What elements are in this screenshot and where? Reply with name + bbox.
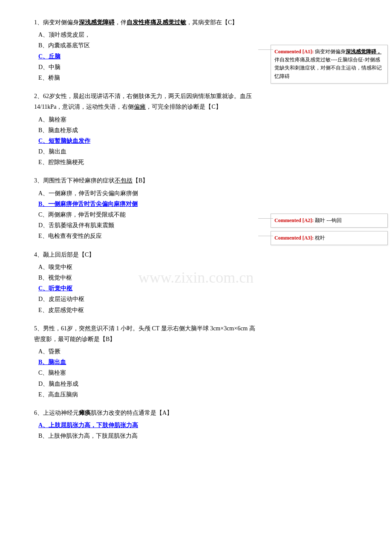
q2-text: 2、62岁女性，晨起出现讲话不清，右侧肢体无力，两天后因病情渐加重就诊。血压14… xyxy=(34,91,256,112)
question-2: 2、62岁女性，晨起出现讲话不清，右侧肢体无力，两天后因病情渐加重就诊。血压14… xyxy=(34,91,256,168)
q2-option-b: B、脑血栓形成 xyxy=(38,125,256,136)
q1-option-a: A、顶叶感觉皮层， xyxy=(38,29,256,40)
q6-text: 6、上运动神经元瘫痪肌张力改变的特点通常是【A】 xyxy=(34,408,256,418)
connector-line-2 xyxy=(258,218,273,219)
q3-option-d: D、舌肌萎缩及伴有肌束震颤 xyxy=(38,220,256,231)
q5-text: 5、男性，61岁，突然意识不清 1 小时。头颅 CT 显示右侧大脑半球 3cm×… xyxy=(34,323,256,344)
q6-option-b: B、上肢伸肌张力高，下肢屈肌张力高 xyxy=(38,431,256,441)
q3-option-a: A、一侧麻痹，伸舌时舌尖偏向麻痹侧 xyxy=(38,188,256,199)
q3-text: 3、周围性舌下神经麻痹的症状不包括【B】 xyxy=(34,175,256,186)
q5-option-a: A、昏厥 xyxy=(38,346,256,357)
q5-option-e: E、高血压脑病 xyxy=(38,389,256,400)
q3-option-e: E、电检查有变性的反应 xyxy=(38,231,256,241)
q4-answer-c: C、听觉中枢 xyxy=(38,283,256,294)
comment-label-2: Commented [A2]: xyxy=(274,217,315,223)
q3-answer-b: B、一侧麻痹伸舌时舌尖偏向麻痹对侧 xyxy=(38,199,256,209)
q1-option-d: D、中脑 xyxy=(38,62,256,72)
q5-option-c: C、脑栓塞 xyxy=(38,367,256,378)
question-3: 3、周围性舌下神经麻痹的症状不包括【B】 A、一侧麻痹，伸舌时舌尖偏向麻痹侧 B… xyxy=(34,175,256,241)
comment-label-3: Commented [A3]: xyxy=(274,235,315,241)
q4-option-a: A、嗅觉中枢 xyxy=(38,262,256,272)
connector-line-1 xyxy=(258,49,273,50)
question-5: 5、男性，61岁，突然意识不清 1 小时。头颅 CT 显示右侧大脑半球 3cm×… xyxy=(34,323,256,400)
comment-box-1: Commented [A1]: 病变对侧偏身深浅感觉障碍，伴自发性疼痛及感觉过敏… xyxy=(271,45,388,84)
connector-line-3 xyxy=(258,236,273,236)
q2-answer-c: C、短暂脑缺血发作 xyxy=(38,136,256,146)
q2-option-d: D、脑出血 xyxy=(38,146,256,157)
comment-text-2: 颞叶 ---钩回 xyxy=(315,217,342,223)
comment-label-1: Commented [A1]: xyxy=(274,49,315,55)
q2-option-a: A、脑栓塞 xyxy=(38,114,256,125)
q1-answer-c: C、丘脑 xyxy=(38,51,256,62)
question-6: 6、上运动神经元瘫痪肌张力改变的特点通常是【A】 A、上肢屈肌张力高，下肢伸肌张… xyxy=(34,408,256,442)
q6-answer-a: A、上肢屈肌张力高，下肢伸肌张力高 xyxy=(38,420,256,431)
q1-text: 1、病变对侧偏身深浅感觉障碍，伴自发性疼痛及感觉过敏，其病变部在【C】 xyxy=(34,17,256,28)
main-content: 1、病变对侧偏身深浅感觉障碍，伴自发性疼痛及感觉过敏，其病变部在【C】 A、顶叶… xyxy=(0,9,268,546)
q1-option-b: B、内囊或基底节区 xyxy=(38,40,256,51)
q3-answer-link[interactable]: B、一侧麻痹伸舌时舌尖偏向麻痹对侧 xyxy=(38,201,138,207)
comment-box-2: Commented [A2]: 颞叶 ---钩回 xyxy=(271,214,388,228)
q4-option-b: B、视觉中枢 xyxy=(38,272,256,283)
question-1: 1、病变对侧偏身深浅感觉障碍，伴自发性疼痛及感觉过敏，其病变部在【C】 A、顶叶… xyxy=(34,17,256,83)
q3-option-c: C、两侧麻痹，伸舌时受限或不能 xyxy=(38,209,256,220)
q5-answer-b: B、脑出血 xyxy=(38,357,256,367)
q4-text: 4、颞上回后部是【C】 xyxy=(34,249,256,260)
question-4: 4、颞上回后部是【C】 A、嗅觉中枢 B、视觉中枢 C、听觉中枢 D、皮层运动中… xyxy=(34,249,256,315)
q2-answer-link[interactable]: C、短暂脑缺血发作 xyxy=(38,138,90,144)
comment-box-3: Commented [A3]: 枕叶 xyxy=(271,231,388,245)
q4-option-d: D、皮层运动中枢 xyxy=(38,294,256,304)
q5-option-d: D、脑血栓形成 xyxy=(38,379,256,389)
q4-option-e: E、皮层感觉中枢 xyxy=(38,305,256,315)
sidebar-comments: Commented [A1]: 病变对侧偏身深浅感觉障碍，伴自发性疼痛及感觉过敏… xyxy=(268,9,392,546)
q1-option-e: E、桥脑 xyxy=(38,72,256,83)
q1-number: 1 xyxy=(34,19,37,26)
q5-answer-link[interactable]: B、脑出血 xyxy=(38,359,66,365)
q2-option-e: E、腔隙性脑梗死 xyxy=(38,157,256,168)
comment-text-3: 枕叶 xyxy=(315,235,325,241)
q1-answer-link[interactable]: C、丘脑 xyxy=(38,53,61,60)
q4-answer-link[interactable]: C、听觉中枢 xyxy=(38,285,72,292)
q6-answer-link[interactable]: A、上肢屈肌张力高，下肢伸肌张力高 xyxy=(38,422,138,428)
